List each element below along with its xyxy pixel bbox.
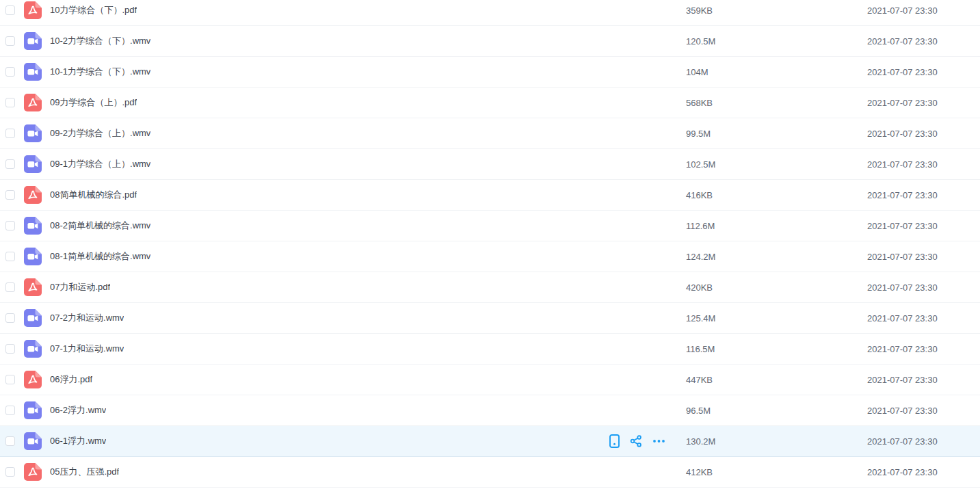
- file-date: 2021-07-07 23:30: [867, 190, 938, 200]
- row-checkbox[interactable]: [5, 467, 15, 477]
- file-size: 99.5M: [686, 129, 711, 139]
- file-type-icon: [24, 1, 42, 19]
- file-type-icon: [24, 401, 42, 419]
- file-date: 2021-07-07 23:30: [867, 5, 938, 16]
- file-type-icon: [24, 248, 42, 265]
- row-checkbox[interactable]: [5, 436, 15, 446]
- file-size: 102.5M: [686, 159, 715, 170]
- file-row[interactable]: 10-2力学综合（下）.wmv: [0, 26, 980, 57]
- row-checkbox[interactable]: [5, 221, 15, 230]
- share-icon[interactable]: [630, 435, 642, 447]
- file-type-icon: [24, 124, 42, 142]
- file-row[interactable]: 08-1简单机械的综合.wmv: [0, 241, 980, 272]
- row-checkbox[interactable]: [5, 67, 15, 77]
- file-name-link[interactable]: 09-1力学综合（上）.wmv: [50, 158, 150, 170]
- file-type-icon: [24, 32, 42, 50]
- file-type-icon: [24, 186, 42, 204]
- file-date: 2021-07-07 23:30: [867, 375, 938, 385]
- file-date: 2021-07-07 23:30: [867, 36, 938, 47]
- file-size: 447KB: [686, 375, 713, 385]
- row-checkbox[interactable]: [5, 375, 15, 384]
- file-date: 2021-07-07 23:30: [867, 129, 938, 139]
- file-row[interactable]: 06-1浮力.wmv: [0, 426, 980, 457]
- file-size: 104M: [686, 67, 708, 77]
- file-row[interactable]: 09力学综合（上）.pdf: [0, 88, 980, 118]
- file-name-link[interactable]: 06-1浮力.wmv: [50, 435, 106, 447]
- file-date: 2021-07-07 23:30: [867, 282, 938, 293]
- file-date: 2021-07-07 23:30: [867, 436, 938, 447]
- row-checkbox[interactable]: [5, 344, 15, 354]
- file-name-link[interactable]: 08-2简单机械的综合.wmv: [50, 220, 150, 232]
- file-size: 568KB: [686, 98, 713, 108]
- file-size: 130.2M: [686, 436, 715, 447]
- file-name-link[interactable]: 05压力、压强.pdf: [50, 466, 119, 478]
- row-checkbox[interactable]: [5, 406, 15, 415]
- file-type-icon: [24, 63, 42, 81]
- file-name-link[interactable]: 10-1力学综合（下）.wmv: [50, 66, 150, 78]
- file-row[interactable]: 10-1力学综合（下）.wmv: [0, 57, 980, 88]
- file-type-icon: [24, 340, 42, 358]
- file-type-icon: [24, 155, 42, 173]
- file-name-link[interactable]: 07-1力和运动.wmv: [50, 343, 124, 355]
- row-actions: [609, 426, 665, 456]
- file-row[interactable]: 05压力、压强.pdf: [0, 457, 980, 488]
- file-row[interactable]: 07力和运动.pdf: [0, 272, 980, 303]
- file-name-link[interactable]: 08-1简单机械的综合.wmv: [50, 250, 150, 263]
- file-size: 420KB: [686, 282, 713, 293]
- file-row[interactable]: 06-2浮力.wmv: [0, 395, 980, 426]
- file-list: 10力学综合（下）.pdf: [0, 0, 980, 488]
- row-checkbox[interactable]: [5, 159, 15, 169]
- file-date: 2021-07-07 23:30: [867, 221, 938, 231]
- file-size: 412KB: [686, 467, 713, 477]
- file-name-link[interactable]: 06浮力.pdf: [50, 373, 92, 386]
- file-date: 2021-07-07 23:30: [867, 406, 938, 416]
- file-name-link[interactable]: 10-2力学综合（下）.wmv: [50, 35, 150, 47]
- file-size: 416KB: [686, 190, 713, 200]
- file-size: 359KB: [686, 5, 713, 16]
- file-size: 120.5M: [686, 36, 715, 47]
- row-checkbox[interactable]: [5, 313, 15, 323]
- file-size: 124.2M: [686, 252, 715, 262]
- file-name-link[interactable]: 08简单机械的综合.pdf: [50, 189, 137, 201]
- file-size: 96.5M: [686, 406, 711, 416]
- file-date: 2021-07-07 23:30: [867, 159, 938, 170]
- file-row[interactable]: 07-2力和运动.wmv: [0, 303, 980, 334]
- file-type-icon: [24, 217, 42, 235]
- file-row[interactable]: 06浮力.pdf: [0, 365, 980, 395]
- file-type-icon: [24, 278, 42, 296]
- file-name-link[interactable]: 09-2力学综合（上）.wmv: [50, 127, 150, 140]
- file-name-link[interactable]: 07-2力和运动.wmv: [50, 312, 124, 324]
- file-date: 2021-07-07 23:30: [867, 98, 938, 108]
- row-checkbox[interactable]: [5, 252, 15, 261]
- file-name-link[interactable]: 10力学综合（下）.pdf: [50, 4, 137, 16]
- row-checkbox[interactable]: [5, 190, 15, 200]
- file-size: 112.6M: [686, 221, 715, 231]
- file-date: 2021-07-07 23:30: [867, 252, 938, 262]
- file-row[interactable]: 08简单机械的综合.pdf: [0, 180, 980, 211]
- row-checkbox[interactable]: [5, 282, 15, 292]
- file-date: 2021-07-07 23:30: [867, 344, 938, 354]
- row-checkbox[interactable]: [5, 98, 15, 107]
- file-row[interactable]: 08-2简单机械的综合.wmv: [0, 211, 980, 241]
- row-checkbox[interactable]: [5, 36, 15, 46]
- file-row[interactable]: 09-2力学综合（上）.wmv: [0, 118, 980, 149]
- more-actions-icon[interactable]: [652, 439, 665, 443]
- file-name-link[interactable]: 09力学综合（上）.pdf: [50, 96, 137, 109]
- file-date: 2021-07-07 23:30: [867, 467, 938, 477]
- file-row[interactable]: 09-1力学综合（上）.wmv: [0, 149, 980, 180]
- row-checkbox[interactable]: [5, 5, 15, 15]
- file-type-icon: [24, 309, 42, 327]
- file-date: 2021-07-07 23:30: [867, 313, 938, 323]
- send-to-device-icon[interactable]: [609, 434, 620, 448]
- file-name-link[interactable]: 07力和运动.pdf: [50, 281, 110, 293]
- row-checkbox[interactable]: [5, 129, 15, 138]
- file-date: 2021-07-07 23:30: [867, 67, 938, 77]
- file-name-link[interactable]: 06-2浮力.wmv: [50, 404, 106, 417]
- file-row[interactable]: 07-1力和运动.wmv: [0, 334, 980, 365]
- file-type-icon: [24, 371, 42, 388]
- file-row[interactable]: 10力学综合（下）.pdf: [0, 0, 980, 26]
- file-type-icon: [24, 432, 42, 450]
- file-type-icon: [24, 463, 42, 481]
- file-type-icon: [24, 94, 42, 111]
- file-size: 125.4M: [686, 313, 715, 323]
